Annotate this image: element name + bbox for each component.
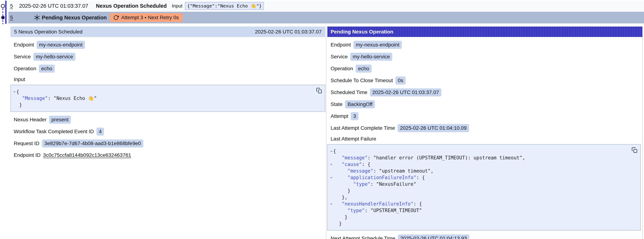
panel-timestamp: 2025-02-26 UTC 01:03:37.07 <box>255 29 322 35</box>
field-label: Service <box>14 54 31 60</box>
scheduled-event-panel: 5 Nexus Operation Scheduled 2025-02-26 U… <box>10 26 325 239</box>
field-label: Last Attempt Complete Time <box>330 125 395 131</box>
field-value-badge: my-hello-service <box>33 53 76 61</box>
event-title: Pending Nexus Operation <box>42 15 107 21</box>
field-row: Next Attempt Schedule Time2025-02-26 UTC… <box>330 234 642 239</box>
field-value-badge: 3e829b7e-7d67-4b08-aad3-b1e868bfe9e0 <box>42 140 143 148</box>
attempt-retry-badge: Attempt 3 • Next Retry 0s <box>110 13 182 22</box>
field-row: Servicemy-hello-service <box>14 53 325 61</box>
field-value-badge: 0s <box>396 76 406 84</box>
json-viewer: { "message": "handler error (UPSTREAM_TI… <box>327 144 641 230</box>
event-row-scheduled[interactable]: 5 2025-02-26 UTC 01:03:37.07 Nexus Opera… <box>8 0 644 11</box>
field-label: Last Attempt Failure <box>330 136 642 142</box>
field-value-link[interactable]: 3c0c75ccfa8144b092c13ce632463761 <box>43 152 131 158</box>
copy-icon[interactable] <box>632 147 638 153</box>
json-line: } <box>328 188 640 194</box>
event-id-link[interactable]: 5 <box>10 15 13 20</box>
field-label: State <box>330 102 342 107</box>
field-label: Endpoint <box>14 42 34 48</box>
timeline-line <box>5 1 6 24</box>
expand-toggle-icon[interactable] <box>328 150 333 152</box>
field-row: Attempt3 <box>330 112 642 120</box>
json-line: "applicationFailureInfo": { <box>328 174 640 181</box>
field-label: Next Attempt Schedule Time <box>330 236 395 239</box>
field-label: Endpoint <box>330 42 351 48</box>
field-row: StateBackingOff <box>330 100 642 108</box>
pending-panel-fields: Endpointmy-nexus-endpointServicemy-hello… <box>327 41 642 239</box>
expand-toggle-icon[interactable] <box>328 177 333 178</box>
json-line: { <box>11 88 325 95</box>
pending-operation-panel: Pending Nexus Operation Endpointmy-nexus… <box>327 26 642 239</box>
event-id-link[interactable]: 5 <box>10 3 13 9</box>
event-timestamp: 2025-02-26 UTC 01:03:37.07 <box>19 3 88 9</box>
json-line: } <box>328 214 640 220</box>
field-label: Workflow Task Completed Event ID <box>14 129 94 134</box>
panel-right-border <box>642 26 643 239</box>
timeline-node-pending-icon <box>1 16 5 20</box>
json-line: "type": "UPSTREAM_TIMEOUT" <box>328 207 640 214</box>
field-value-badge: 2025-02-26 UTC 01:04:13.93 <box>398 234 469 239</box>
scheduled-panel-fields: Endpointmy-nexus-endpointServicemy-hello… <box>10 41 325 159</box>
field-value-badge: my-nexus-endpoint <box>354 41 402 49</box>
retry-icon <box>113 15 119 20</box>
field-label: Operation <box>14 66 36 72</box>
field-row: Servicemy-hello-service <box>330 53 642 61</box>
json-line: "message": "handler error (UPSTREAM_TIME… <box>328 154 640 161</box>
field-label: Operation <box>330 66 353 72</box>
panel-title: 5 Nexus Operation Scheduled <box>14 29 82 35</box>
field-label: Scheduled Time <box>330 90 368 95</box>
field-row: Operationecho <box>330 64 642 73</box>
field-label: Schedule To Close Timeout <box>330 78 393 84</box>
field-row: Nexus Headerpresent <box>14 116 325 124</box>
field-value-badge: 2025-02-26 UTC 01:04:10.09 <box>398 124 469 132</box>
event-row-pending[interactable]: 5 Pending Nexus Operation Attempt 3 • Ne… <box>8 12 644 24</box>
event-title: Nexus Operation Scheduled <box>96 3 167 9</box>
copy-icon[interactable] <box>316 88 322 94</box>
event-input-label: Input <box>172 3 182 9</box>
json-line: }, <box>328 194 640 200</box>
panel-divider <box>326 26 326 239</box>
pending-asterisk-icon <box>34 14 40 21</box>
field-row: Operationecho <box>14 64 325 73</box>
field-row: Workflow Task Completed Event ID4 <box>14 128 325 136</box>
field-row: Endpointmy-nexus-endpoint <box>330 41 642 49</box>
panel-title: Pending Nexus Operation <box>330 29 393 35</box>
json-line: { <box>328 148 640 154</box>
field-label: Nexus Header <box>14 117 46 122</box>
pending-panel-header: Pending Nexus Operation <box>327 26 642 37</box>
json-line: } <box>328 220 640 227</box>
timeline-node-scheduled-icon <box>1 4 5 8</box>
field-row: Request ID3e829b7e-7d67-4b08-aad3-b1e868… <box>14 140 325 148</box>
attempt-retry-text: Attempt 3 • Next Retry 0s <box>121 15 179 20</box>
field-row: Endpointmy-nexus-endpoint <box>14 41 325 49</box>
scheduled-panel-header: 5 Nexus Operation Scheduled 2025-02-26 U… <box>10 26 325 37</box>
field-value-badge: my-nexus-endpoint <box>36 41 85 49</box>
expand-toggle-icon[interactable] <box>328 203 333 205</box>
field-row: Scheduled Time2025-02-26 UTC 01:03:37.07 <box>330 88 642 96</box>
field-row: Endpoint ID3c0c75ccfa8144b092c13ce632463… <box>14 151 325 159</box>
field-row: Schedule To Close Timeout0s <box>330 76 642 84</box>
field-value-badge: present <box>49 116 71 124</box>
field-value-badge: echo <box>39 64 55 73</box>
expand-toggle-icon[interactable] <box>328 164 333 165</box>
field-label: Input <box>14 76 325 82</box>
field-value-badge: 2025-02-26 UTC 01:03:37.07 <box>370 88 441 96</box>
json-viewer: { "Message": "Nexus Echo 👋" } <box>10 85 325 112</box>
event-input-chip[interactable]: {"Message":"Nexus Echo 👋"} <box>185 2 264 10</box>
field-value-badge: my-hello-service <box>350 53 392 61</box>
field-label: Endpoint ID <box>14 152 40 158</box>
field-value-badge: BackingOff <box>345 100 375 108</box>
field-label: Service <box>330 54 348 60</box>
field-value-badge: 3 <box>351 112 358 120</box>
json-line: "nexusHandlerFailureInfo": { <box>328 200 640 207</box>
field-label: Attempt <box>330 113 348 119</box>
json-line: "cause": { <box>328 161 640 168</box>
field-value-badge: echo <box>356 64 372 73</box>
json-line: "type": "NexusFailure" <box>328 181 640 188</box>
json-line: "Message": "Nexus Echo 👋" <box>11 95 325 102</box>
expand-toggle-icon[interactable] <box>11 91 16 92</box>
field-value-badge: 4 <box>96 128 104 136</box>
json-line: "message": "upstream timeout", <box>328 168 640 174</box>
field-label: Request ID <box>14 140 39 146</box>
json-line: } <box>11 102 325 108</box>
